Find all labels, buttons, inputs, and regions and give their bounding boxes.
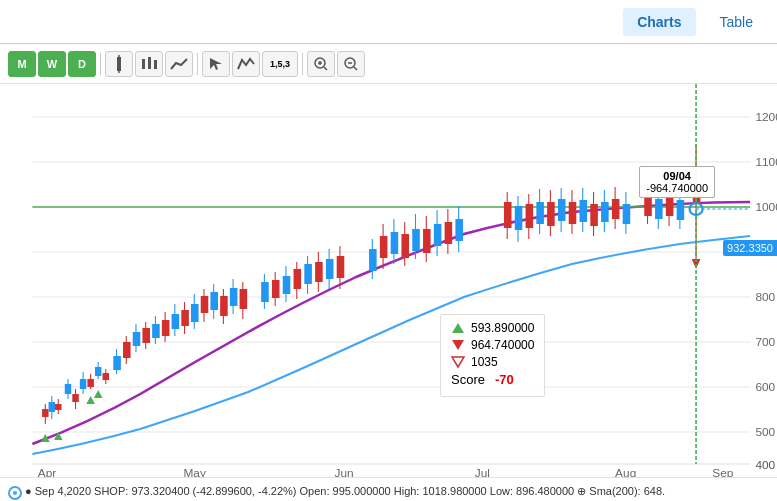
svg-rect-85 (220, 296, 228, 316)
zoom-in-btn[interactable] (307, 51, 335, 77)
tab-charts[interactable]: Charts (623, 8, 695, 36)
bar-btn[interactable] (135, 51, 163, 77)
svg-rect-75 (172, 314, 180, 329)
svg-rect-133 (547, 202, 555, 226)
bottom-line-1: ● Sep 4,2020 SHOP: 973.320400 (-42.89960… (8, 485, 769, 499)
svg-rect-109 (380, 236, 388, 258)
svg-text:500: 500 (755, 426, 775, 438)
svg-text:1000: 1000 (755, 201, 777, 213)
svg-marker-5 (210, 58, 222, 70)
legend-row-2: 964.740000 (451, 338, 534, 352)
svg-rect-155 (677, 200, 685, 220)
pointer-btn[interactable] (202, 51, 230, 77)
svg-rect-111 (391, 232, 399, 254)
svg-rect-151 (655, 199, 663, 219)
svg-rect-105 (337, 256, 345, 278)
svg-line-7 (324, 67, 327, 70)
period-group: M W D (8, 51, 96, 77)
svg-marker-164 (452, 340, 464, 350)
svg-rect-135 (558, 199, 566, 221)
svg-rect-137 (569, 202, 577, 224)
svg-rect-153 (666, 196, 674, 216)
bottom-bar: ● Sep 4,2020 SHOP: 973.320400 (-42.89960… (0, 477, 777, 501)
svg-text:Aug: Aug (615, 467, 636, 477)
triangle-down-outline-icon (451, 355, 465, 369)
candlestick-btn[interactable] (105, 51, 133, 77)
toolbar: M W D 1,5,3 (0, 44, 777, 84)
svg-rect-73 (162, 320, 170, 336)
tabs-bar: Charts Table (0, 0, 777, 44)
svg-rect-147 (623, 204, 631, 224)
svg-line-11 (354, 67, 357, 70)
svg-rect-143 (601, 202, 609, 222)
svg-rect-129 (526, 204, 534, 228)
svg-rect-83 (210, 292, 218, 310)
svg-text:Apr: Apr (38, 467, 57, 477)
legend-score-row: Score -70 (451, 372, 534, 387)
svg-rect-79 (191, 304, 199, 322)
svg-text:600: 600 (755, 381, 775, 393)
monthly-btn[interactable]: M (8, 51, 36, 77)
svg-text:Jul: Jul (475, 467, 490, 477)
svg-rect-45 (55, 404, 61, 410)
draw-btn[interactable] (232, 51, 260, 77)
svg-rect-139 (580, 200, 588, 222)
svg-rect-115 (412, 229, 420, 251)
separator-3 (302, 53, 303, 75)
price-label: 932.3350 (723, 240, 777, 256)
svg-rect-3 (148, 57, 151, 69)
legend-row-1: 593.890000 (451, 321, 534, 335)
tab-table[interactable]: Table (706, 8, 767, 36)
svg-rect-71 (152, 324, 160, 338)
line-btn[interactable] (165, 51, 193, 77)
svg-rect-55 (87, 379, 93, 387)
svg-rect-81 (201, 296, 209, 313)
svg-rect-69 (142, 328, 150, 343)
svg-text:1100: 1100 (755, 156, 777, 168)
tooltip-value: -964.740000 (646, 182, 708, 194)
draw-group: 1,5,3 (202, 51, 298, 77)
svg-rect-141 (590, 204, 598, 226)
svg-rect-123 (455, 219, 463, 241)
svg-rect-107 (369, 249, 377, 271)
daily-btn[interactable]: D (68, 51, 96, 77)
svg-rect-97 (294, 269, 302, 289)
svg-text:Jun: Jun (335, 467, 354, 477)
svg-rect-113 (401, 234, 409, 258)
svg-rect-51 (72, 394, 78, 402)
svg-rect-43 (49, 402, 55, 412)
legend-row-3: 1035 (451, 355, 534, 369)
svg-rect-49 (65, 384, 71, 394)
svg-text:800: 800 (755, 291, 775, 303)
svg-rect-67 (133, 332, 141, 346)
fibonacci-btn[interactable]: 1,5,3 (262, 51, 298, 77)
svg-rect-59 (103, 373, 109, 380)
svg-point-167 (13, 491, 17, 495)
triangle-up-green-icon (451, 321, 465, 335)
svg-rect-41 (42, 409, 48, 417)
svg-marker-165 (452, 357, 464, 367)
separator-2 (197, 53, 198, 75)
svg-rect-77 (181, 310, 189, 326)
svg-rect-119 (434, 224, 442, 246)
svg-rect-101 (315, 262, 323, 282)
svg-rect-121 (445, 222, 453, 244)
svg-text:Sep: Sep (712, 467, 733, 477)
svg-rect-89 (240, 289, 248, 309)
legend-box: 593.890000 964.740000 1035 Score -70 (440, 314, 545, 397)
zoom-out-btn[interactable] (337, 51, 365, 77)
weekly-btn[interactable]: W (38, 51, 66, 77)
chart-svg: 1200 1100 1000 900 800 700 600 500 400 A… (0, 84, 777, 477)
svg-rect-99 (304, 264, 312, 284)
svg-rect-63 (113, 356, 121, 370)
svg-rect-127 (515, 206, 523, 230)
legend-score-value: -70 (495, 372, 514, 387)
svg-text:400: 400 (755, 459, 775, 471)
svg-rect-93 (272, 280, 280, 298)
legend-value-1: 593.890000 (471, 321, 534, 335)
chart-area[interactable]: 1200 1100 1000 900 800 700 600 500 400 A… (0, 84, 777, 477)
svg-text:700: 700 (755, 336, 775, 348)
triangle-down-red-icon (451, 338, 465, 352)
bottom-text-1: ● Sep 4,2020 SHOP: 973.320400 (-42.89960… (25, 485, 665, 497)
legend-value-3: 1035 (471, 355, 498, 369)
